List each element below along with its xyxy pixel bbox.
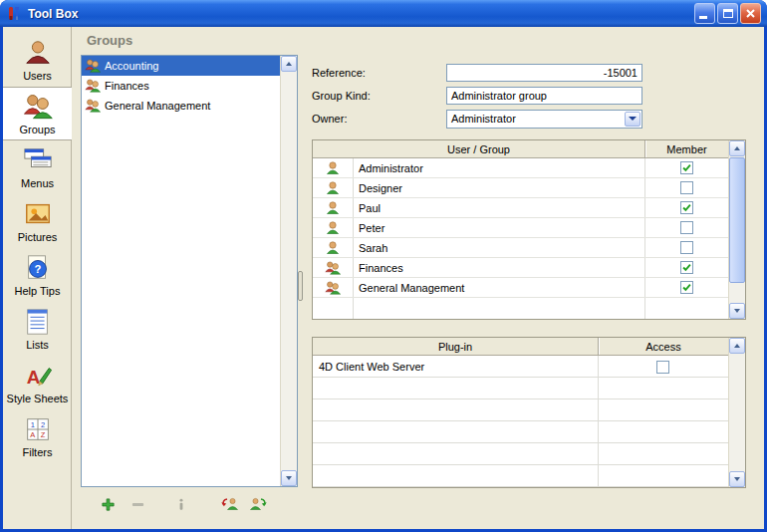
sidebar-label: Help Tips	[15, 285, 61, 297]
arrow-down-icon	[734, 477, 740, 481]
sidebar-label: Filters	[23, 446, 53, 458]
plugin-row[interactable]: 4D Client Web Server	[313, 356, 728, 378]
scroll-up-button[interactable]	[729, 338, 745, 354]
member-checkbox[interactable]	[680, 181, 693, 194]
toolbox-window: Tool Box Users Groups	[0, 0, 767, 532]
titlebar[interactable]: Tool Box	[0, 0, 767, 27]
scroll-thumb[interactable]	[729, 157, 745, 283]
member-row[interactable]: Administrator	[313, 158, 728, 178]
remove-group-button[interactable]	[128, 495, 146, 513]
maximize-icon	[723, 9, 733, 18]
member-row[interactable]: General Management	[313, 278, 728, 298]
user-icon	[325, 220, 341, 236]
scroll-down-button[interactable]	[729, 471, 745, 487]
group-name: General Management	[105, 100, 210, 112]
users-icon	[23, 38, 53, 68]
member-checkbox[interactable]	[680, 161, 693, 174]
access-checkbox[interactable]	[656, 361, 669, 374]
groups-list-scrollbar[interactable]	[280, 56, 297, 486]
info-button[interactable]	[172, 495, 190, 513]
plugins-table: Plug-in Access 4D Client Web Server	[312, 337, 746, 488]
pictures-icon	[23, 199, 53, 229]
group-name: Finances	[105, 80, 149, 92]
svg-text:A: A	[26, 367, 40, 388]
group-list-item[interactable]: General Management	[82, 96, 280, 116]
owner-dropdown[interactable]: Administrator	[446, 110, 642, 129]
member-name: Paul	[353, 202, 644, 214]
check-icon	[681, 202, 692, 213]
member-row[interactable]: Sarah	[313, 238, 728, 258]
sidebar-item-pictures[interactable]: Pictures	[3, 194, 72, 248]
plugins-table-header: Plug-in Access	[313, 338, 728, 356]
sidebar-label: Groups	[19, 124, 55, 135]
info-icon	[174, 497, 188, 512]
sidebar-item-lists[interactable]: Lists	[3, 302, 72, 356]
sidebar-item-help-tips[interactable]: ? Help Tips	[3, 248, 72, 302]
column-header-plugin: Plug-in	[313, 338, 598, 355]
members-scrollbar[interactable]	[728, 140, 745, 319]
minus-icon	[130, 497, 145, 512]
close-button[interactable]	[740, 3, 761, 24]
member-checkbox[interactable]	[680, 241, 693, 254]
members-table-header: User / Group Member	[313, 140, 728, 158]
user-red-arrow-icon	[220, 496, 238, 512]
reference-field[interactable]: -15001	[446, 64, 642, 82]
plus-icon	[101, 497, 116, 512]
member-checkbox[interactable]	[680, 221, 693, 234]
member-checkbox[interactable]	[680, 281, 693, 294]
plugins-scrollbar[interactable]	[728, 338, 745, 487]
group-icon	[85, 58, 101, 74]
scroll-up-button[interactable]	[729, 140, 745, 156]
member-row[interactable]: Finances	[313, 258, 728, 278]
arrow-down-icon	[286, 476, 292, 480]
members-table: User / Group Member Administrator	[312, 139, 746, 320]
sidebar-item-filters[interactable]: 1 2 A Z Filters	[3, 409, 72, 463]
member-row[interactable]: Designer	[313, 178, 728, 198]
scroll-down-button[interactable]	[729, 303, 745, 319]
scroll-down-button[interactable]	[281, 470, 297, 486]
add-group-button[interactable]	[99, 495, 117, 513]
sidebar-item-style-sheets[interactable]: A Style Sheets	[3, 356, 72, 409]
member-row[interactable]: Peter	[313, 218, 728, 238]
member-name: Sarah	[353, 242, 644, 254]
groups-list: Accounting Finances General Management	[82, 56, 280, 486]
member-name: Administrator	[353, 162, 644, 174]
sidebar-label: Style Sheets	[7, 393, 69, 404]
member-checkbox[interactable]	[680, 261, 693, 274]
user-icon	[325, 200, 341, 216]
sidebar-item-users[interactable]: Users	[3, 33, 72, 87]
splitter-handle[interactable]	[298, 271, 303, 301]
group-icon	[325, 280, 341, 296]
minimize-icon	[699, 16, 707, 19]
group-icon	[85, 98, 101, 114]
help-tips-icon: ?	[23, 253, 53, 283]
check-icon	[681, 282, 692, 293]
close-icon	[745, 8, 756, 19]
member-row[interactable]: Paul	[313, 198, 728, 218]
svg-text:A: A	[30, 430, 35, 439]
group-kind-field[interactable]: Administrator group	[446, 87, 642, 105]
maximize-button[interactable]	[717, 3, 738, 24]
minimize-button[interactable]	[694, 3, 715, 24]
copy-users-green-button[interactable]	[250, 495, 268, 513]
plugin-name: 4D Client Web Server	[313, 361, 598, 373]
column-header-member: Member	[644, 140, 728, 157]
groups-toolbar	[81, 491, 298, 517]
copy-users-red-button[interactable]	[220, 495, 238, 513]
user-icon	[325, 160, 341, 176]
group-icon	[85, 78, 101, 94]
svg-text:Z: Z	[40, 430, 45, 439]
groups-list-panel: Accounting Finances General Management	[81, 55, 298, 487]
member-name: Finances	[353, 262, 644, 274]
member-checkbox[interactable]	[680, 201, 693, 214]
column-header-user-group: User / Group	[313, 140, 644, 157]
user-icon	[325, 180, 341, 196]
dropdown-button[interactable]	[625, 112, 640, 127]
sidebar-item-groups[interactable]: Groups	[3, 87, 72, 140]
scroll-up-button[interactable]	[281, 56, 297, 72]
owner-value: Administrator	[451, 113, 516, 125]
arrow-up-icon	[286, 62, 292, 66]
sidebar-item-menus[interactable]: Menus	[3, 140, 72, 194]
group-list-item[interactable]: Finances	[82, 76, 280, 96]
group-list-item[interactable]: Accounting	[82, 56, 280, 76]
